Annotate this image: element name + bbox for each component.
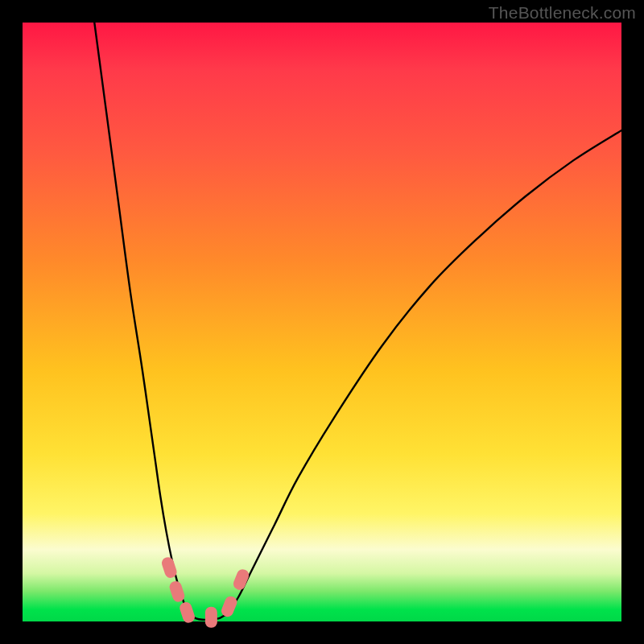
marker-layer: [160, 555, 250, 627]
plot-area: [23, 23, 621, 621]
curve-marker: [220, 595, 239, 619]
curve-marker: [178, 601, 196, 624]
curve-layer: [23, 23, 621, 621]
watermark-text: TheBottleneck.com: [489, 3, 636, 23]
chart-frame: TheBottleneck.com: [0, 0, 644, 644]
curve-marker: [205, 607, 217, 628]
bottleneck-curve: [94, 23, 621, 620]
